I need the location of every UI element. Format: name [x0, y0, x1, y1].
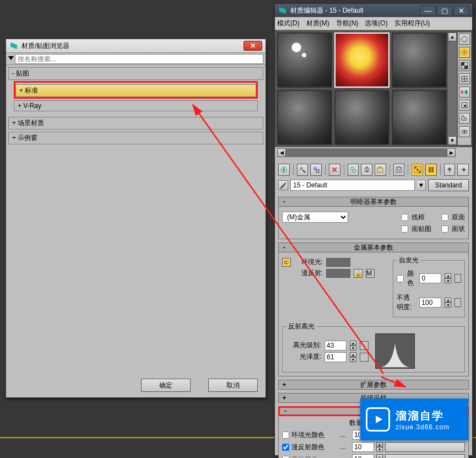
- material-name-dropdown-icon[interactable]: ▼: [417, 180, 426, 191]
- close-button[interactable]: ✕: [453, 6, 469, 15]
- diffuse-map-button[interactable]: M: [366, 269, 375, 278]
- self-illum-map-button[interactable]: [455, 274, 461, 283]
- spin-up-icon[interactable]: ▲: [376, 454, 383, 458]
- spec-level-map-button[interactable]: [360, 341, 369, 350]
- reset-map-icon[interactable]: [329, 164, 340, 176]
- section-maps[interactable]: 贴图: [8, 67, 263, 80]
- section-scene[interactable]: 场景材质: [8, 117, 263, 130]
- minimize-button[interactable]: —: [420, 6, 436, 15]
- maximize-button[interactable]: ▢: [437, 6, 452, 15]
- sample-uv-icon[interactable]: [459, 73, 470, 84]
- spin-down-icon[interactable]: ▼: [350, 346, 356, 351]
- scroll-left-icon[interactable]: ◀: [277, 148, 286, 157]
- show-end-result-icon[interactable]: [425, 164, 437, 176]
- spin-up-icon[interactable]: ▲: [445, 273, 451, 278]
- cancel-button[interactable]: 取消: [208, 379, 258, 392]
- gloss-spinner[interactable]: [324, 352, 347, 362]
- search-row: [6, 53, 266, 65]
- scroll-track[interactable]: [448, 41, 457, 136]
- rollout-extended[interactable]: +扩展参数: [278, 380, 469, 390]
- hscroll-track[interactable]: [286, 148, 447, 157]
- opacity-spinner[interactable]: [419, 298, 441, 308]
- spin-up-icon[interactable]: ▲: [350, 341, 356, 346]
- go-forward-icon[interactable]: [457, 164, 469, 176]
- two-sided-checkbox[interactable]: [441, 214, 448, 221]
- spin-up-icon[interactable]: ▲: [376, 442, 383, 447]
- shader-type-select[interactable]: (M)金属: [282, 212, 348, 223]
- spin-up-icon[interactable]: ▲: [445, 298, 451, 303]
- sample-slot-1[interactable]: [277, 33, 332, 88]
- backlight-icon[interactable]: [459, 47, 470, 58]
- pick-material-icon[interactable]: [278, 180, 288, 190]
- rollout-metal-basic[interactable]: -金属基本参数: [278, 243, 469, 252]
- put-to-scene-icon[interactable]: [297, 164, 309, 176]
- material-editor-window: 材质编辑器 - 15 - Default — ▢ ✕ 模式(D) 材质(M) 导…: [274, 3, 473, 456]
- sample-hscroll[interactable]: ◀ ▶: [277, 148, 456, 157]
- spin-down-icon[interactable]: ▼: [445, 303, 451, 308]
- sample-type-icon[interactable]: [459, 34, 470, 45]
- video-color-icon[interactable]: [459, 87, 470, 98]
- material-id-channel-icon[interactable]: 0: [393, 164, 405, 176]
- options-icon[interactable]: [459, 100, 470, 111]
- wire-checkbox[interactable]: [401, 214, 408, 221]
- rollout-shader-basic[interactable]: -明暗器基本参数: [278, 197, 469, 207]
- material-type-button[interactable]: Standard: [428, 179, 469, 191]
- opacity-map-button[interactable]: [455, 298, 461, 307]
- material-id-icon[interactable]: [459, 126, 470, 137]
- faceted-checkbox[interactable]: [441, 225, 448, 233]
- spin-up-icon[interactable]: ▲: [350, 352, 356, 357]
- map-enable-checkbox[interactable]: [282, 456, 289, 459]
- spin-down-icon[interactable]: ▼: [445, 278, 451, 283]
- menu-options[interactable]: 选项(O): [365, 19, 387, 28]
- sample-vscroll[interactable]: ▲ ▼: [448, 33, 457, 145]
- scroll-up-icon[interactable]: ▲: [448, 33, 457, 41]
- map-enable-checkbox[interactable]: [282, 432, 289, 439]
- map-amount-spinner[interactable]: [352, 454, 374, 458]
- maps-tree-body: + 标准 + V-Ray: [8, 80, 263, 115]
- sample-slot-3[interactable]: [392, 33, 447, 88]
- diffuse-lock-icon[interactable]: 🔒: [354, 269, 363, 278]
- show-map-in-viewport-icon[interactable]: [412, 164, 423, 176]
- search-options-icon[interactable]: [8, 56, 14, 62]
- sample-slot-4[interactable]: [277, 90, 332, 145]
- browser-close-button[interactable]: ✕: [244, 41, 262, 51]
- map-slot-button[interactable]: [385, 442, 465, 452]
- make-copy-icon[interactable]: [348, 164, 359, 176]
- select-by-mat-icon[interactable]: [459, 113, 470, 124]
- ambient-color-swatch[interactable]: [326, 258, 350, 267]
- get-material-icon[interactable]: [278, 164, 290, 176]
- menu-material[interactable]: 材质(M): [306, 19, 329, 28]
- diffuse-color-swatch[interactable]: [326, 269, 350, 278]
- scroll-right-icon[interactable]: ▶: [447, 148, 456, 157]
- material-name-input[interactable]: [290, 180, 415, 191]
- map-slot-button[interactable]: [385, 454, 465, 458]
- ambient-lock-icon[interactable]: ⊂: [282, 258, 291, 267]
- menu-navigate[interactable]: 导航(N): [336, 19, 359, 28]
- make-unique-icon[interactable]: 1: [361, 164, 372, 176]
- ok-button[interactable]: 确定: [141, 379, 191, 392]
- spin-down-icon[interactable]: ▼: [350, 357, 356, 362]
- tree-item-vray[interactable]: + V-Ray: [14, 100, 258, 111]
- tree-item-standard[interactable]: + 标准: [15, 84, 256, 97]
- sample-slot-5[interactable]: [334, 90, 390, 145]
- sample-slot-6[interactable]: [392, 90, 447, 145]
- self-illum-color-cb[interactable]: [397, 275, 404, 282]
- facemap-checkbox[interactable]: [401, 225, 408, 233]
- put-to-library-icon[interactable]: [375, 164, 386, 176]
- map-enable-checkbox[interactable]: [282, 444, 289, 451]
- specular-group: 反射高光 高光级别: ▲▼ 光泽度: ▲▼: [282, 322, 465, 373]
- assign-to-selection-icon[interactable]: [310, 164, 322, 176]
- spin-down-icon[interactable]: ▼: [376, 447, 383, 452]
- scroll-down-icon[interactable]: ▼: [448, 136, 457, 145]
- search-input[interactable]: [15, 54, 263, 64]
- self-illum-spinner[interactable]: [419, 273, 441, 283]
- map-amount-spinner[interactable]: [352, 442, 374, 452]
- gloss-map-button[interactable]: [360, 353, 369, 362]
- background-icon[interactable]: [459, 60, 470, 71]
- spec-level-spinner[interactable]: [324, 341, 347, 351]
- section-sample[interactable]: 示例窗: [8, 132, 263, 144]
- sample-slot-2[interactable]: [334, 33, 390, 88]
- menu-mode[interactable]: 模式(D): [277, 19, 300, 28]
- go-to-parent-icon[interactable]: [444, 164, 456, 176]
- menu-utilities[interactable]: 实用程序(U): [394, 19, 430, 28]
